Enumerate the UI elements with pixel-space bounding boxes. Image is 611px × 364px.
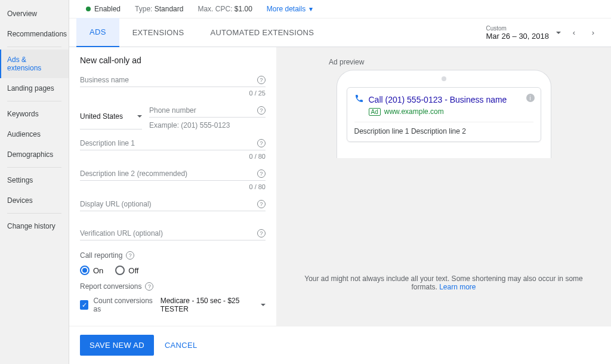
main: Enabled Type: Standard Max. CPC: $1.00 M… <box>69 0 611 364</box>
dropdown-caret-icon <box>261 304 266 306</box>
sidebar: Overview Recommendations Ads & extension… <box>0 0 69 364</box>
help-icon[interactable]: ? <box>257 139 266 147</box>
business-name-field[interactable]: Business name ? <box>80 76 266 87</box>
conversion-value: Medicare - 150 sec - $25 TESTER <box>161 297 258 313</box>
display-url-field[interactable]: Display URL (optional) ? <box>80 200 266 211</box>
ad-headline: Call (201) 555-0123 - Business name <box>354 94 533 105</box>
conversion-action-select[interactable]: Medicare - 150 sec - $25 TESTER <box>161 297 266 313</box>
maxcpc-value: $1.00 <box>234 5 252 13</box>
report-conversions-label: Report conversions ? <box>80 282 153 291</box>
verification-url-field[interactable]: Verification URL (optional) ? <box>80 229 266 240</box>
sidebar-item-landing-pages[interactable]: Landing pages <box>0 78 69 98</box>
footer: SAVE NEW AD CANCEL <box>69 326 611 364</box>
status-maxcpc: Max. CPC: $1.00 <box>198 5 252 13</box>
ad-headline-text: Call (201) 555-0123 - Business name <box>369 95 507 104</box>
help-icon[interactable]: ? <box>145 282 153 291</box>
sidebar-item-settings[interactable]: Settings <box>0 170 69 190</box>
call-reporting-off-radio[interactable]: Off <box>115 266 138 275</box>
sidebar-item-ads-extensions[interactable]: Ads & extensions <box>0 50 69 78</box>
sidebar-item-audiences[interactable]: Audiences <box>0 124 69 144</box>
preview-label: Ad preview <box>329 58 594 66</box>
count-conversions-checkbox[interactable]: ✓ <box>80 300 88 310</box>
next-period-button[interactable]: › <box>587 28 599 37</box>
tab-automated-extensions[interactable]: AUTOMATED EXTENSIONS <box>197 18 327 47</box>
description-line-2-field[interactable]: Description line 2 (recommended) ? <box>80 169 266 181</box>
sidebar-item-demographics[interactable]: Demographics <box>0 144 69 165</box>
phone-number-field[interactable]: Phone number ? <box>149 106 266 118</box>
preview-column: Ad preview i Call (201) 555-0123 - Busin… <box>276 47 611 326</box>
help-icon[interactable]: ? <box>257 169 266 178</box>
radio-icon <box>80 266 90 275</box>
desc2-counter: 0 / 80 <box>80 183 266 190</box>
content: New call-only ad Business name ? 0 / 25 … <box>69 47 611 326</box>
sidebar-divider <box>7 167 61 168</box>
business-name-counter: 0 / 25 <box>80 90 266 97</box>
sidebar-divider <box>7 213 61 214</box>
sidebar-item-keywords[interactable]: Keywords <box>0 104 69 124</box>
form-title: New call-only ad <box>80 55 266 65</box>
type-value: Standard <box>155 5 184 13</box>
sidebar-item-change-history[interactable]: Change history <box>0 216 69 236</box>
radio-off-label: Off <box>128 266 138 275</box>
help-icon[interactable]: ? <box>126 251 134 260</box>
help-icon[interactable]: ? <box>257 76 266 84</box>
ad-preview-card: i Call (201) 555-0123 - Business name Ad… <box>347 87 541 142</box>
description-line-1-field[interactable]: Description line 1 ? <box>80 139 266 150</box>
radio-icon <box>115 266 125 275</box>
phone-speaker-icon <box>442 76 446 81</box>
tab-ads[interactable]: ADS <box>76 18 119 47</box>
call-reporting-label: Call reporting ? <box>80 251 134 260</box>
ad-description: Description line 1 Description line 2 <box>354 122 533 135</box>
phone-label: Phone number <box>149 106 196 115</box>
sidebar-divider <box>7 47 61 47</box>
sidebar-item-overview[interactable]: Overview <box>0 4 69 24</box>
desc1-label: Description line 1 <box>80 139 135 147</box>
tabs-row: ADS EXTENSIONS AUTOMATED EXTENSIONS Cust… <box>69 18 611 47</box>
ad-url: www.example.com <box>384 107 444 116</box>
help-icon[interactable]: ? <box>257 229 266 237</box>
radio-on-label: On <box>93 266 103 275</box>
more-details-text: More details <box>267 5 306 13</box>
ad-badge: Ad <box>369 108 381 116</box>
phone-icon <box>354 94 364 105</box>
more-details-link[interactable]: More details▾ <box>267 5 313 13</box>
help-icon[interactable]: ? <box>257 200 266 208</box>
display-url-label: Display URL (optional) <box>80 200 152 208</box>
call-reporting-on-radio[interactable]: On <box>80 266 103 275</box>
dropdown-caret-icon <box>137 115 142 118</box>
dropdown-caret-icon <box>556 32 561 34</box>
sidebar-divider <box>7 101 61 101</box>
status-dot-icon <box>86 7 91 11</box>
help-icon[interactable]: ? <box>257 106 266 115</box>
sidebar-item-recommendations[interactable]: Recommendations <box>0 24 69 44</box>
business-name-label: Business name <box>80 76 129 84</box>
phone-example: Example: (201) 555-0123 <box>149 121 266 129</box>
desc1-counter: 0 / 80 <box>80 153 266 160</box>
date-range-picker[interactable]: Custom Mar 26 – 30, 2018 ‹ › <box>486 25 604 41</box>
form-column: New call-only ad Business name ? 0 / 25 … <box>69 47 276 326</box>
desc2-label: Description line 2 (recommended) <box>80 169 187 178</box>
status-bar: Enabled Type: Standard Max. CPC: $1.00 M… <box>69 0 611 18</box>
type-label: Type: <box>135 5 152 13</box>
verification-url-label: Verification URL (optional) <box>80 229 163 237</box>
status-enabled-label: Enabled <box>94 5 121 13</box>
preview-disclaimer: Your ad might not always include all you… <box>293 274 594 315</box>
sidebar-item-devices[interactable]: Devices <box>0 190 69 211</box>
chevron-down-icon: ▾ <box>309 5 313 13</box>
tab-extensions[interactable]: EXTENSIONS <box>119 18 198 47</box>
count-conversions-label: Count conversions as <box>93 297 155 313</box>
maxcpc-label: Max. CPC: <box>198 5 232 13</box>
save-new-ad-button[interactable]: SAVE NEW AD <box>80 335 154 356</box>
daterange-value: Mar 26 – 30, 2018 <box>486 32 549 41</box>
phone-frame: i Call (201) 555-0123 - Business name Ad… <box>337 70 551 158</box>
info-icon[interactable]: i <box>526 94 535 102</box>
learn-more-link[interactable]: Learn more <box>439 283 476 291</box>
status-type: Type: Standard <box>135 5 183 13</box>
daterange-label: Custom <box>486 25 549 32</box>
country-select[interactable]: United States <box>80 106 142 129</box>
cancel-button[interactable]: CANCEL <box>165 341 198 350</box>
status-enabled: Enabled <box>86 5 121 13</box>
prev-period-button[interactable]: ‹ <box>568 28 580 37</box>
country-value: United States <box>80 112 123 121</box>
